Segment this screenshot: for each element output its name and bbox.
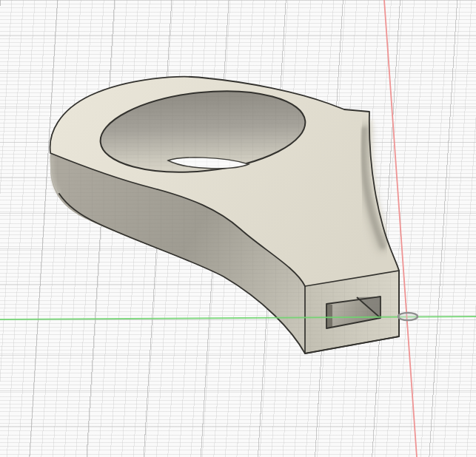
3d-viewport[interactable]	[0, 0, 476, 457]
red-axis-line	[384, 0, 417, 457]
origin-marker[interactable]	[398, 313, 418, 320]
scene-canvas[interactable]	[0, 0, 476, 457]
